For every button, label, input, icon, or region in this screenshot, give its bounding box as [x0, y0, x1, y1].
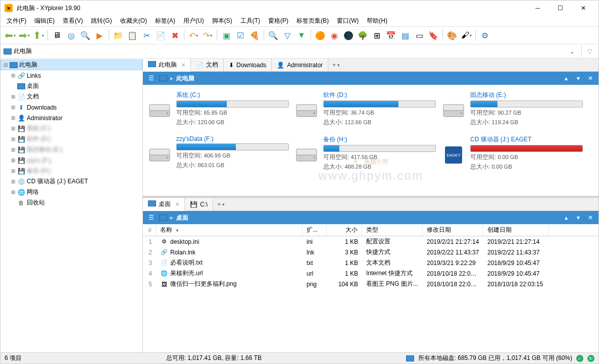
- folder-tree[interactable]: ⊟此电脑⊞🔗Links桌面⊞📄文档⊞⬇Downloads⊞👤Administra…: [1, 59, 143, 352]
- minimize-button[interactable]: ─: [526, 1, 549, 16]
- menu-item[interactable]: 跳转(G): [87, 16, 116, 26]
- tab[interactable]: 桌面✕: [143, 198, 185, 211]
- drive-item[interactable]: 备份 (H:) 可用空间: 417.56 GB 总大小: 488.28 GB: [293, 134, 437, 174]
- expand-icon[interactable]: ⊞: [10, 179, 17, 184]
- address-text[interactable]: 此电脑: [14, 47, 565, 56]
- breadcrumb-menu-icon[interactable]: ☰: [146, 75, 156, 82]
- pane-close-icon[interactable]: ✕: [585, 75, 595, 82]
- tab[interactable]: 📄文档: [191, 59, 224, 71]
- quick-filter-icon[interactable]: ▽: [585, 48, 595, 55]
- tree-item[interactable]: ⊞💾固态移动 (E:): [1, 144, 142, 155]
- drive-item[interactable]: EAGET CD 驱动器 (J:) EAGET 可用空间: 0.00 GB 总大…: [440, 134, 584, 174]
- menu-item[interactable]: 收藏夹(O): [116, 16, 151, 26]
- menu-item[interactable]: 文件(F): [3, 16, 30, 26]
- menu-item[interactable]: 脚本(S): [208, 16, 236, 26]
- nav-up-button[interactable]: ⬆▾: [32, 29, 45, 42]
- tree-item[interactable]: ⊞💾备份 (H:): [1, 166, 142, 176]
- target-icon[interactable]: ◎: [65, 29, 78, 42]
- close-button[interactable]: ✕: [572, 1, 594, 16]
- tree-item[interactable]: ⊞🌐网络: [1, 187, 142, 197]
- expand-icon[interactable]: ⊞: [10, 94, 17, 99]
- brush-icon[interactable]: 🖌▾: [460, 29, 473, 42]
- tab[interactable]: 💾C:\: [185, 198, 213, 211]
- settings-icon[interactable]: ⚙: [478, 29, 491, 42]
- tree-item[interactable]: 桌面: [1, 81, 142, 91]
- menu-item[interactable]: 标签(A): [151, 16, 179, 26]
- expand-icon[interactable]: ⊞: [10, 126, 17, 131]
- select-icon[interactable]: ▣: [220, 29, 233, 42]
- expand-icon[interactable]: ⊞: [10, 147, 17, 152]
- expand-icon[interactable]: ⊞: [10, 73, 17, 78]
- new-folder-icon[interactable]: 📁: [112, 29, 125, 42]
- window-icon[interactable]: ▭: [413, 29, 426, 42]
- nav-forward-button[interactable]: ➡▾: [18, 29, 31, 42]
- tree-item[interactable]: ⊞💾zzy's (F:): [1, 155, 142, 166]
- file-row[interactable]: 1 ⚙desktop.ini ini 1 KB 配置设置 2019/2/21 2…: [143, 236, 598, 247]
- copy-icon[interactable]: 📋: [126, 29, 139, 42]
- tree-item[interactable]: 🗑回收站: [1, 197, 142, 208]
- bookmark-icon[interactable]: 🔖: [427, 29, 440, 42]
- tree-item[interactable]: ⊞👤Administrator: [1, 113, 142, 123]
- menu-item[interactable]: 标签页集(B): [292, 16, 333, 26]
- file-row[interactable]: 4 🌐果核剥壳.url url 1 KB Internet 快捷方式 2018/…: [143, 268, 598, 279]
- expand-icon[interactable]: ⊞: [10, 115, 17, 121]
- tab-close-icon[interactable]: ✕: [175, 201, 179, 207]
- tree-item[interactable]: ⊞💿CD 驱动器 (J:) EAGET: [1, 176, 142, 187]
- menu-item[interactable]: 用户(U): [179, 16, 208, 26]
- play-icon[interactable]: ▶: [93, 29, 106, 42]
- column-index[interactable]: #: [143, 224, 156, 236]
- pane-up-icon[interactable]: ▴: [561, 75, 571, 82]
- expand-icon[interactable]: ⊞: [10, 158, 17, 163]
- maximize-button[interactable]: ☐: [549, 1, 572, 16]
- expand-icon[interactable]: ⊟: [2, 62, 9, 68]
- breadcrumb-label[interactable]: 此电脑: [176, 74, 194, 83]
- menu-item[interactable]: 工具(T): [236, 16, 264, 26]
- tree-icon[interactable]: 🌳: [356, 29, 369, 42]
- expand-icon[interactable]: ⊞: [10, 105, 17, 110]
- column-type[interactable]: 类型: [362, 224, 423, 236]
- cut-icon[interactable]: ✂: [140, 29, 153, 42]
- palette-icon[interactable]: 🎨: [445, 29, 459, 42]
- tab[interactable]: 👤Administrator: [272, 59, 328, 71]
- breadcrumb-menu-icon[interactable]: ☰: [146, 214, 156, 221]
- drive-item[interactable]: zzy'sData (F:) 可用空间: 406.99 GB 总大小: 863.…: [146, 134, 290, 174]
- filter2-icon[interactable]: ▼: [295, 29, 308, 42]
- column-created[interactable]: 创建日期: [483, 224, 549, 236]
- search-icon[interactable]: 🔍: [79, 29, 92, 42]
- address-dropdown[interactable]: ⌄: [567, 48, 578, 55]
- pie-icon[interactable]: 🟠: [314, 29, 327, 42]
- tree-item[interactable]: ⊞📄文档: [1, 91, 142, 102]
- globe-icon[interactable]: 🌑: [342, 29, 355, 42]
- redo-icon[interactable]: ↷▾: [201, 29, 214, 42]
- file-row[interactable]: 5 🖼微信扫一扫更多福利.png png 104 KB 看图王 PNG 图片..…: [143, 279, 598, 289]
- filter-icon[interactable]: ▽: [281, 29, 294, 42]
- tab[interactable]: ⬇Downloads: [224, 59, 272, 71]
- pane-close-icon[interactable]: ✕: [585, 214, 595, 221]
- tab[interactable]: 此电脑✕: [143, 59, 191, 72]
- expand-icon[interactable]: ⊞: [10, 136, 17, 142]
- tab-close-icon[interactable]: ✕: [181, 62, 185, 68]
- checkbox-icon[interactable]: ☑: [234, 29, 247, 42]
- delete-icon[interactable]: ✖: [168, 29, 181, 42]
- menu-item[interactable]: 编辑(E): [30, 16, 59, 26]
- drives-view[interactable]: 系统 (C:) 可用空间: 65.85 GB 总大小: 120.00 GB 软件…: [143, 85, 598, 196]
- drive-item[interactable]: 系统 (C:) 可用空间: 65.85 GB 总大小: 120.00 GB: [146, 90, 290, 129]
- expand-icon[interactable]: ⊞: [10, 189, 17, 195]
- tree-item[interactable]: ⊞💾系统 (C:): [1, 123, 142, 134]
- column-ext[interactable]: 扩...: [303, 224, 327, 236]
- zoom-icon[interactable]: 🔍: [267, 29, 280, 42]
- menu-item[interactable]: 窗格(P): [264, 16, 292, 26]
- pane-down-icon[interactable]: ▾: [573, 214, 583, 221]
- pane-up-icon[interactable]: ▴: [561, 214, 571, 221]
- file-row[interactable]: 3 📄必看说明.txt txt 1 KB 文本文档 2019/3/21 9:22…: [143, 257, 598, 268]
- tab-add-button[interactable]: + ▾: [328, 59, 344, 71]
- menu-item[interactable]: 查看(V): [59, 16, 87, 26]
- undo-icon[interactable]: ↶▾: [187, 29, 200, 42]
- menu-item[interactable]: 窗口(W): [333, 16, 363, 26]
- tree-item[interactable]: ⊟此电脑: [1, 60, 142, 70]
- expand-icon[interactable]: ⊞: [10, 168, 17, 174]
- column-modified[interactable]: 修改日期: [423, 224, 483, 236]
- spiral-icon[interactable]: ◉: [328, 29, 341, 42]
- pane-down-icon[interactable]: ▾: [573, 75, 583, 82]
- tab-add-button[interactable]: + ▾: [213, 198, 229, 211]
